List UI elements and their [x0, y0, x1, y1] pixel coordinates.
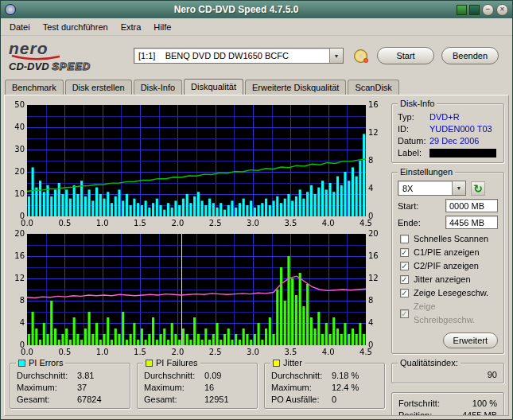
checkbox-row: ✓ Zeige Lesegeschw. — [398, 286, 498, 300]
refresh-icon[interactable]: ↻ — [471, 181, 485, 196]
stat-value: 37 — [77, 382, 87, 394]
info-label: Typ: — [398, 111, 429, 123]
checkbox-c1-pie-anzeigen[interactable]: ✓ — [400, 248, 409, 257]
chevron-down-icon[interactable]: ▼ — [452, 181, 465, 195]
app-window: Nero CD-DVD Speed 4.7.5.0 − × Datei Test… — [0, 0, 513, 420]
stat-label: Gesamt: — [17, 394, 77, 406]
pi-errors-swatch — [18, 360, 25, 367]
settings-panel: Einstellungen 8X ▼ ↻ Start: 0000 MB Ende… — [391, 172, 504, 354]
start-label: Start: — [398, 201, 418, 211]
jitter-panel: Jitter Durchschnitt:9.18 % Maximum:12.4 … — [264, 363, 385, 409]
menu-hilfe[interactable]: Hilfe — [147, 20, 177, 34]
titlebar: Nero CD-DVD Speed 4.7.5.0 − × — [1, 1, 512, 18]
menu-datei[interactable]: Datei — [3, 20, 37, 34]
advanced-button[interactable]: Erweitert — [443, 332, 498, 348]
progress-value: 100 % — [472, 398, 497, 410]
checkbox-zeige-schreibgeschw: ✓ — [400, 309, 409, 318]
drive-select-value: [1:1] BENQ DVD DD DW1650 BCFC — [134, 49, 329, 63]
tab-disk-info[interactable]: Disk-Info — [134, 80, 182, 95]
titlebar-buttons: − × — [457, 4, 508, 16]
pi-errors-chart — [6, 100, 387, 229]
menu-extra[interactable]: Extra — [115, 20, 148, 34]
speed-select-value: 8X — [398, 181, 452, 195]
quit-button[interactable]: Beenden — [441, 47, 499, 64]
stat-label: Durchschnitt: — [17, 370, 77, 382]
disk-date-value: 29 Dec 2006 — [429, 135, 479, 147]
speed-select[interactable]: 8X ▼ — [398, 181, 466, 196]
checkbox-schnelles-scannen[interactable] — [400, 235, 409, 243]
checkbox-zeige-lesegeschw[interactable]: ✓ — [400, 289, 409, 298]
window-title: Nero CD-DVD Speed 4.7.5.0 — [16, 4, 457, 15]
start-button[interactable]: Start — [377, 47, 434, 64]
position-value: 4455 MB — [462, 410, 497, 416]
stat-value: 0 — [332, 394, 336, 406]
tab-diskqualitaet[interactable]: Diskqualität — [184, 79, 243, 95]
titlebar-green-icon-2[interactable] — [469, 5, 480, 15]
position-label: Position: — [398, 410, 432, 416]
disk-type-value: DVD+R — [429, 111, 460, 123]
pi-errors-title: PI Errors — [29, 358, 63, 368]
stat-value: 12.4 % — [332, 382, 359, 394]
minimize-button[interactable]: − — [482, 4, 494, 16]
checkbox-label: C2/PIF anzeigen — [414, 259, 479, 273]
charts-column: PI Errors Durchschnitt:3.81 Maximum:37 G… — [6, 100, 387, 412]
statistics-row: PI Errors Durchschnitt:3.81 Maximum:37 G… — [10, 363, 385, 409]
progress-label: Fortschritt: — [398, 398, 440, 410]
stat-value: 16 — [204, 382, 214, 394]
checkbox-row: ✓ C1/PIE anzeigen — [398, 246, 498, 259]
disk-info-panel: Disk-Info Typ:DVD+R ID:YUDEN000 T03 Datu… — [391, 103, 504, 163]
quality-index-value: 90 — [398, 370, 497, 380]
end-label: Ende: — [398, 218, 421, 228]
pi-failures-title: PI Failures — [156, 358, 198, 368]
nero-logo: nero CD-DVD SPEED — [6, 40, 126, 72]
tab-disk-erstellen[interactable]: Disk erstellen — [65, 80, 132, 95]
cd-icon — [354, 49, 367, 63]
pi-errors-panel: PI Errors Durchschnitt:3.81 Maximum:37 G… — [10, 363, 130, 409]
menu-test-durchfuehren[interactable]: Test durchführen — [37, 20, 115, 34]
quality-index-panel: Qualitätsindex: 90 — [391, 363, 504, 383]
jitter-swatch — [273, 360, 280, 367]
settings-title: Einstellungen — [400, 167, 453, 177]
stat-value: 67824 — [77, 394, 102, 406]
tab-benchmark[interactable]: Benchmark — [5, 80, 64, 95]
start-input[interactable]: 0000 MB — [445, 199, 498, 212]
checkbox-label: Jitter anzeigen — [414, 273, 471, 286]
disc-eject-button[interactable] — [351, 46, 370, 65]
pi-failures-panel: PI Failures Durchschnitt:0.09 Maximum:16… — [137, 363, 258, 409]
info-label: ID: — [398, 123, 429, 135]
drive-select[interactable]: [1:1] BENQ DVD DD DW1650 BCFC ▼ — [134, 48, 344, 64]
checkbox-label: Zeige Schreibgeschw. — [414, 300, 498, 327]
end-input[interactable]: 4456 MB — [445, 216, 498, 229]
toolbar: nero CD-DVD SPEED [1:1] BENQ DVD DD DW16… — [1, 36, 512, 77]
stat-label: Durchschnitt: — [144, 370, 204, 382]
nero-logo-wordmark: nero — [9, 39, 49, 57]
checkbox-label: Schnelles Scannen — [414, 232, 488, 246]
menubar: Datei Test durchführen Extra Hilfe — [1, 18, 512, 36]
nero-logo-subtitle: CD-DVD SPEED — [9, 61, 126, 72]
close-button[interactable]: × — [496, 4, 508, 16]
checkbox-row: ✓ C2/PIF anzeigen — [398, 259, 498, 273]
pi-failures-chart — [6, 229, 387, 358]
titlebar-green-icon-1[interactable] — [457, 5, 467, 15]
chevron-down-icon[interactable]: ▼ — [329, 49, 343, 63]
main-panel: PI Errors Durchschnitt:3.81 Maximum:37 G… — [4, 95, 509, 416]
checkbox-row: ✓ Jitter anzeigen — [398, 273, 498, 286]
stat-label: Maximum: — [271, 382, 332, 394]
progress-panel: Fortschritt:100 % Position:4455 MB Gesch… — [391, 392, 504, 416]
disk-info-title: Disk-Info — [400, 99, 434, 108]
quality-index-title: Qualitätsindex: — [400, 358, 458, 368]
tab-bar: Benchmark Disk erstellen Disk-Info Diskq… — [1, 77, 512, 95]
info-label: Datum: — [398, 135, 429, 147]
stat-value: 3.81 — [77, 370, 94, 382]
checkbox-c2-pif-anzeigen[interactable]: ✓ — [400, 262, 409, 270]
tab-erweiterte-diskqualitaet[interactable]: Erweiterte Diskqualität — [245, 80, 346, 95]
disk-label-box — [429, 149, 496, 158]
stat-label: PO Ausfälle: — [271, 394, 332, 406]
checkbox-row: ✓ Zeige Schreibgeschw. — [398, 300, 498, 327]
pi-failures-swatch — [146, 360, 153, 367]
stat-label: Maximum: — [17, 382, 77, 394]
checkbox-jitter-anzeigen[interactable]: ✓ — [400, 275, 409, 284]
tab-scandisk[interactable]: ScanDisk — [348, 80, 398, 95]
info-label: Label: — [398, 147, 429, 159]
stat-value: 9.18 % — [332, 370, 359, 382]
